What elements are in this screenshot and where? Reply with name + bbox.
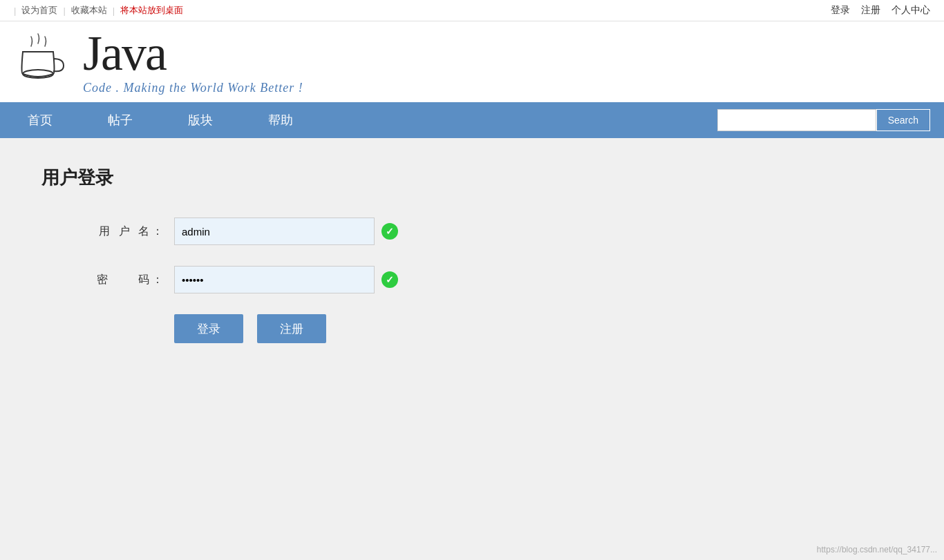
username-row: 用 户 名： ✓ bbox=[97, 218, 903, 245]
separator2: | bbox=[63, 6, 65, 16]
login-topbar-link[interactable]: 登录 bbox=[831, 4, 850, 17]
nav-help[interactable]: 帮助 bbox=[240, 102, 321, 138]
separator3: | bbox=[113, 6, 115, 16]
search-input[interactable] bbox=[717, 109, 876, 131]
nav-posts[interactable]: 帖子 bbox=[80, 102, 160, 138]
password-check-icon: ✓ bbox=[381, 271, 398, 288]
bookmark-link[interactable]: 收藏本站 bbox=[71, 4, 107, 17]
page-title: 用户登录 bbox=[41, 166, 903, 190]
header: Java Code . Making the World Work Better… bbox=[0, 21, 944, 102]
username-input[interactable] bbox=[174, 218, 375, 245]
login-button[interactable]: 登录 bbox=[174, 314, 243, 343]
password-label: 密 码： bbox=[97, 273, 166, 287]
java-text-block: Java Code . Making the World Work Better… bbox=[83, 28, 303, 95]
username-label: 用 户 名： bbox=[97, 224, 166, 239]
login-form: 用 户 名： ✓ 密 码： ✓ 登录 注册 bbox=[97, 218, 903, 343]
nav-home[interactable]: 首页 bbox=[0, 102, 80, 138]
profile-topbar-link[interactable]: 个人中心 bbox=[891, 4, 930, 17]
btn-row: 登录 注册 bbox=[174, 314, 903, 343]
set-homepage-link[interactable]: 设为首页 bbox=[21, 4, 57, 17]
register-button[interactable]: 注册 bbox=[257, 314, 326, 343]
search-button[interactable]: Search bbox=[876, 109, 930, 131]
java-title: Java bbox=[83, 28, 303, 78]
nav-search: Search bbox=[717, 109, 930, 131]
top-bar-left: | 设为首页 | 收藏本站 | 将本站放到桌面 bbox=[14, 4, 183, 17]
footer-watermark: https://blog.csdn.net/qq_34177... bbox=[817, 545, 937, 554]
java-logo-icon bbox=[14, 31, 69, 93]
nav-items: 首页 帖子 版块 帮助 bbox=[0, 102, 717, 138]
main-content: 用户登录 用 户 名： ✓ 密 码： ✓ 登录 注册 bbox=[0, 138, 944, 497]
password-input[interactable] bbox=[174, 266, 375, 293]
java-subtitle: Code . Making the World Work Better ! bbox=[83, 81, 303, 95]
username-check-icon: ✓ bbox=[381, 223, 398, 240]
navbar: 首页 帖子 版块 帮助 Search bbox=[0, 102, 944, 138]
password-row: 密 码： ✓ bbox=[97, 266, 903, 293]
top-bar-right: 登录 注册 个人中心 bbox=[831, 4, 930, 17]
nav-sections[interactable]: 版块 bbox=[160, 102, 240, 138]
logo-area: Java Code . Making the World Work Better… bbox=[14, 28, 303, 95]
desktop-link[interactable]: 将本站放到桌面 bbox=[120, 4, 183, 17]
register-topbar-link[interactable]: 注册 bbox=[861, 4, 880, 17]
separator: | bbox=[14, 6, 16, 16]
top-bar: | 设为首页 | 收藏本站 | 将本站放到桌面 登录 注册 个人中心 bbox=[0, 0, 944, 21]
